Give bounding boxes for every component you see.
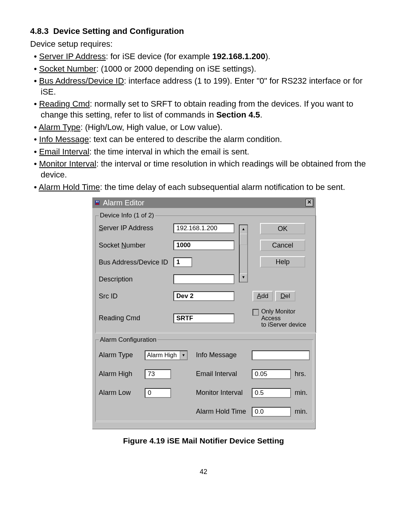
email-interval-input[interactable]	[252, 369, 291, 379]
bus-input[interactable]	[173, 257, 192, 267]
alarm-high-label: Alarm High	[99, 370, 141, 378]
reading-cmd-input[interactable]	[173, 313, 234, 323]
description-input[interactable]	[173, 274, 234, 284]
bullet-item: Reading Cmd: normally set to SRFT to obt…	[30, 99, 377, 120]
bullet-item: Alarm Type: (High/Low, High value, or Lo…	[30, 122, 377, 133]
ok-button[interactable]: OK	[260, 223, 305, 234]
email-interval-label: Email Interval	[191, 370, 248, 378]
section-heading: 4.8.3 Device Setting and Configuration	[30, 26, 377, 36]
page-number: 42	[30, 468, 377, 476]
alarm-hold-unit: min.	[295, 408, 310, 416]
bullet-item: Info Message: text can be entered to des…	[30, 134, 377, 145]
del-button[interactable]: Del	[275, 291, 295, 301]
server-ip-label: Server IP Address	[99, 224, 170, 232]
server-ip-input[interactable]	[173, 223, 234, 233]
intro-text: Device setup requires:	[30, 39, 377, 49]
alarm-hold-label: Alarm Hold Time	[191, 408, 248, 416]
figure-caption: Figure 4.19 iSE Mail Notifier Device Set…	[30, 436, 377, 445]
alarm-type-combo[interactable]: Alarm High ▼	[145, 350, 188, 360]
close-icon[interactable]: ✕	[306, 199, 313, 206]
svg-rect-2	[96, 201, 97, 202]
reading-cmd-label: Reading Cmd	[99, 314, 170, 322]
cancel-button[interactable]: Cancel	[260, 240, 305, 251]
info-message-label: Info Message	[191, 351, 248, 359]
dialog-title: Alarm Editor	[103, 199, 306, 207]
alarm-low-label: Alarm Low	[99, 389, 141, 397]
add-button[interactable]: Add	[252, 291, 273, 301]
alarm-editor-dialog: Alarm Editor ✕ Device Info (1 of 2) Serv…	[92, 197, 315, 429]
svg-rect-1	[96, 203, 99, 205]
app-icon	[94, 199, 101, 206]
src-id-input[interactable]	[173, 291, 234, 301]
alarm-config-group: Alarm Configuration Alarm Type Alarm Hig…	[95, 336, 313, 422]
alarm-type-label: Alarm Type	[99, 351, 141, 359]
title-bar: Alarm Editor ✕	[92, 197, 315, 208]
monitor-interval-label: Monitor Interval	[191, 389, 248, 397]
socket-label: Socket Number	[99, 242, 170, 249]
src-id-label: Src ID	[99, 292, 170, 300]
bullet-item: Email Interval: the time interval in whi…	[30, 147, 377, 157]
alarm-low-input[interactable]	[145, 388, 171, 398]
device-info-legend: Device Info (1 of 2)	[99, 212, 155, 219]
only-monitor-checkbox[interactable]	[252, 309, 259, 316]
bullet-item: Bus Address/Device ID: interface address…	[30, 76, 377, 97]
device-info-group: Device Info (1 of 2) Server IP Address ▲…	[95, 212, 316, 333]
help-button[interactable]: Help	[260, 256, 305, 268]
alarm-config-legend: Alarm Configuration	[99, 336, 158, 344]
bus-label: Bus Address/Device ID	[99, 258, 170, 266]
scroll-up-icon[interactable]: ▲	[240, 225, 247, 234]
alarm-high-input[interactable]	[145, 369, 171, 379]
monitor-interval-input[interactable]	[252, 388, 291, 398]
monitor-interval-unit: min.	[295, 389, 310, 397]
scroll-down-icon[interactable]: ▼	[240, 274, 247, 282]
bullet-item: Alarm Hold Time: the time delay of each …	[30, 182, 377, 193]
only-monitor-label: Only Monitor Accessto iServer device	[261, 308, 313, 328]
bullet-item: Server IP Address: for iSE device (for e…	[30, 51, 377, 62]
bullet-item: Socket Number: (1000 or 2000 depending o…	[30, 64, 377, 75]
description-label: Description	[99, 275, 170, 283]
bullet-list: Server IP Address: for iSE device (for e…	[30, 51, 377, 193]
info-message-input[interactable]	[252, 350, 310, 360]
chevron-down-icon[interactable]: ▼	[180, 351, 187, 359]
alarm-hold-input[interactable]	[252, 407, 291, 417]
bullet-item: Monitor Interval: the interval or time r…	[30, 159, 377, 180]
email-interval-unit: hrs.	[295, 370, 310, 378]
device-scrollbar[interactable]: ▲ ▼	[239, 225, 248, 283]
socket-input[interactable]	[173, 240, 234, 250]
scroll-thumb[interactable]	[240, 234, 247, 245]
svg-rect-3	[98, 201, 98, 202]
